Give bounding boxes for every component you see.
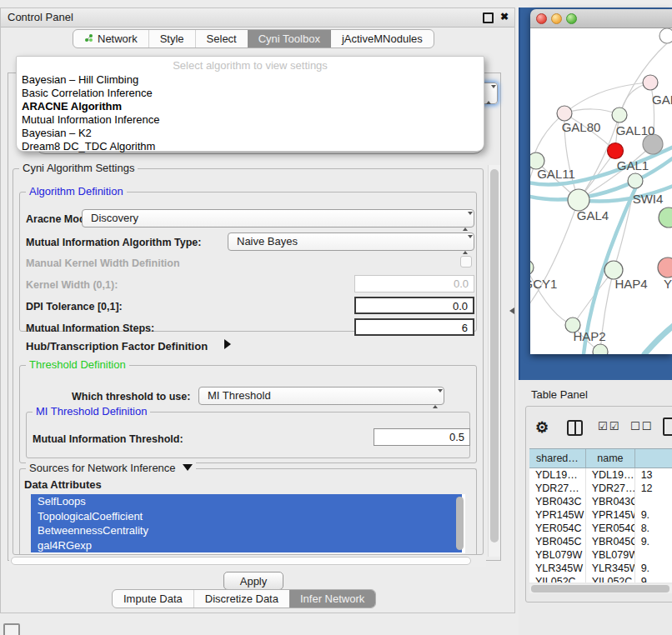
close-traffic-light[interactable] bbox=[536, 13, 547, 24]
tab-discretize-data[interactable]: Discretize Data bbox=[193, 590, 289, 608]
vertical-scrollbar-thumb[interactable] bbox=[490, 169, 499, 542]
panel-title: Control Panel bbox=[8, 11, 73, 23]
network-edge[interactable] bbox=[564, 109, 619, 115]
kernel-width-field[interactable]: 0.0 bbox=[354, 275, 474, 292]
node-label-gal11: GAL11 bbox=[537, 167, 575, 181]
node-label-swi4: SWI4 bbox=[633, 192, 664, 206]
table-body[interactable]: YDL19…YDL19…13YDR27…YDR27…12YBR043CYBR04… bbox=[529, 468, 672, 582]
minimize-traffic-light[interactable] bbox=[551, 13, 562, 24]
tab-style[interactable]: Style bbox=[148, 30, 195, 48]
node-gal80[interactable] bbox=[557, 106, 572, 121]
table-row[interactable]: YPR145WYPR145W9. bbox=[529, 508, 672, 522]
tab-impute-data[interactable]: Impute Data bbox=[113, 590, 193, 608]
table-cell bbox=[635, 548, 672, 562]
column-header-shared-[interactable]: shared… bbox=[529, 449, 586, 468]
attribute-item-betweennesscentrality[interactable]: BetweennessCentrality bbox=[31, 523, 462, 538]
tab-label: Style bbox=[160, 32, 184, 45]
floating-grip-icon[interactable] bbox=[3, 623, 20, 635]
table-hscrollbar-track[interactable] bbox=[529, 584, 672, 593]
column-header-extra[interactable] bbox=[635, 449, 672, 468]
node-bottom-cut[interactable] bbox=[593, 344, 608, 354]
expand-right-icon[interactable] bbox=[224, 339, 231, 349]
node-gal1-red[interactable] bbox=[608, 143, 624, 159]
algorithm-option-bayesian-k2[interactable]: Bayesian – K2 bbox=[22, 127, 92, 140]
sources-title: Sources for Network Inference bbox=[29, 462, 176, 474]
attribute-item-topologicalcoefficient[interactable]: TopologicalCoefficient bbox=[31, 509, 462, 524]
stepper-icon bbox=[433, 391, 439, 408]
table-cell: YLR345W bbox=[586, 562, 635, 575]
algorithm-option-bayesian-hill-climbing[interactable]: Bayesian – Hill Climbing bbox=[22, 73, 138, 87]
tab-label: Infer Network bbox=[300, 592, 364, 605]
zoom-traffic-light[interactable] bbox=[566, 13, 577, 24]
dpi-tolerance-value: 0.0 bbox=[453, 300, 468, 312]
node-gal-topright[interactable] bbox=[643, 75, 658, 90]
vertical-scrollbar-track[interactable] bbox=[488, 165, 500, 557]
table-hscrollbar-thumb[interactable] bbox=[531, 585, 669, 592]
algorithm-option-dream8-dc-tdc-algorithm[interactable]: Dream8 DC_TDC Algorithm bbox=[22, 140, 155, 153]
algorithm-option-aracne-algorithm[interactable]: ARACNE Algorithm bbox=[22, 100, 122, 113]
horizontal-scrollbar-thumb[interactable] bbox=[11, 557, 471, 565]
node-label-gal: GAL bbox=[652, 92, 672, 107]
table-cell: 13 bbox=[635, 468, 672, 482]
clear-checkboxes-icon[interactable]: ☐☐ bbox=[630, 420, 653, 432]
table-cell bbox=[635, 495, 672, 508]
tab-jactivemnodules[interactable]: jActiveMNodules bbox=[331, 30, 434, 48]
network-edge[interactable] bbox=[530, 200, 579, 316]
tab-cyni-toolbox[interactable]: Cyni Toolbox bbox=[248, 30, 331, 48]
dpi-tolerance-field[interactable]: 0.0 bbox=[354, 297, 474, 314]
node-label-y: Y bbox=[664, 277, 672, 291]
node-top-cut[interactable] bbox=[659, 28, 672, 43]
table-row[interactable]: YER054CYER054C8. bbox=[529, 522, 672, 535]
table-row[interactable]: YIL052CYIL052C9 bbox=[529, 575, 672, 582]
manual-kernel-checkbox[interactable] bbox=[460, 256, 472, 268]
table-row[interactable]: YDR27…YDR27…12 bbox=[529, 482, 672, 495]
which-threshold-combo[interactable]: MI Threshold bbox=[198, 387, 444, 405]
algorithm-option-mutual-information-inference[interactable]: Mutual Information Inference bbox=[22, 113, 159, 127]
network-edge[interactable] bbox=[644, 324, 672, 354]
node-right-green[interactable] bbox=[659, 208, 672, 228]
table-row[interactable]: YLR345WYLR345W9. bbox=[529, 562, 672, 575]
table-cell: YBR043C bbox=[586, 495, 635, 508]
mi-steps-field[interactable]: 6 bbox=[354, 318, 474, 336]
network-canvas[interactable]: GAL80GAL10GALGAL1GAL11SWI4GAL4GCY1HAP4YH… bbox=[530, 28, 672, 354]
screen: Control Panel ✖ NetworkStyleSelectCyni T… bbox=[0, 0, 672, 635]
attribute-item-selfloops[interactable]: SelfLoops bbox=[31, 494, 462, 509]
tab-network[interactable]: Network bbox=[73, 30, 148, 48]
node-salmon[interactable] bbox=[658, 258, 672, 278]
hub-section-label[interactable]: Hub/Transcription Factor Definition bbox=[26, 340, 208, 352]
mi-algorithm-type-combo[interactable]: Naive Bayes bbox=[228, 232, 474, 251]
column-header-name[interactable]: name bbox=[586, 449, 635, 468]
close-icon[interactable]: ✖ bbox=[500, 11, 509, 22]
float-window-icon[interactable] bbox=[483, 12, 494, 23]
algorithm-option-basic-correlation-inference[interactable]: Basic Correlation Inference bbox=[22, 87, 153, 100]
list-scrollbar-thumb[interactable] bbox=[456, 497, 464, 550]
network-graph[interactable]: GAL80GAL10GALGAL1GAL11SWI4GAL4GCY1HAP4YH… bbox=[530, 28, 672, 354]
mi-threshold-field[interactable]: 0.5 bbox=[374, 428, 470, 446]
aracne-mode-combo[interactable]: Discovery bbox=[82, 209, 474, 228]
node-gcy1[interactable] bbox=[530, 260, 534, 275]
data-attributes-list[interactable]: SelfLoopsTopologicalCoefficientBetweenne… bbox=[31, 494, 465, 553]
table-row[interactable]: YBR045CYBR045C9. bbox=[529, 535, 672, 548]
table-row[interactable]: YBR043CYBR043C bbox=[529, 495, 672, 508]
select-all-checkboxes-icon[interactable]: ☑☑ bbox=[598, 420, 620, 432]
columns-icon[interactable] bbox=[567, 420, 583, 436]
panel-splitter-arrow-icon[interactable] bbox=[509, 308, 514, 314]
network-window-titlebar[interactable] bbox=[530, 9, 672, 28]
collapse-down-icon[interactable] bbox=[183, 464, 193, 471]
gear-icon[interactable]: ⚙ bbox=[535, 418, 549, 437]
stepper-icon bbox=[463, 237, 469, 253]
table-cell: YBR045C bbox=[529, 535, 586, 548]
node-gal10[interactable] bbox=[612, 108, 627, 122]
top-tab-bar: NetworkStyleSelectCyni ToolboxjActiveMNo… bbox=[73, 29, 434, 48]
node-label-gal1: GAL1 bbox=[617, 158, 649, 172]
table-row[interactable]: YBL079WYBL079W bbox=[529, 548, 672, 562]
tab-infer-network[interactable]: Infer Network bbox=[289, 590, 375, 608]
table-header-row[interactable]: shared…name bbox=[529, 448, 672, 468]
tab-select[interactable]: Select bbox=[195, 30, 248, 48]
horizontal-scrollbar-track[interactable] bbox=[9, 555, 486, 567]
node-swi4[interactable] bbox=[628, 173, 643, 188]
apply-button[interactable]: Apply bbox=[223, 572, 283, 590]
attribute-item-gal4rgexp[interactable]: gal4RGexp bbox=[31, 538, 462, 553]
new-table-icon[interactable] bbox=[663, 418, 672, 436]
table-row[interactable]: YDL19…YDL19…13 bbox=[529, 468, 672, 482]
